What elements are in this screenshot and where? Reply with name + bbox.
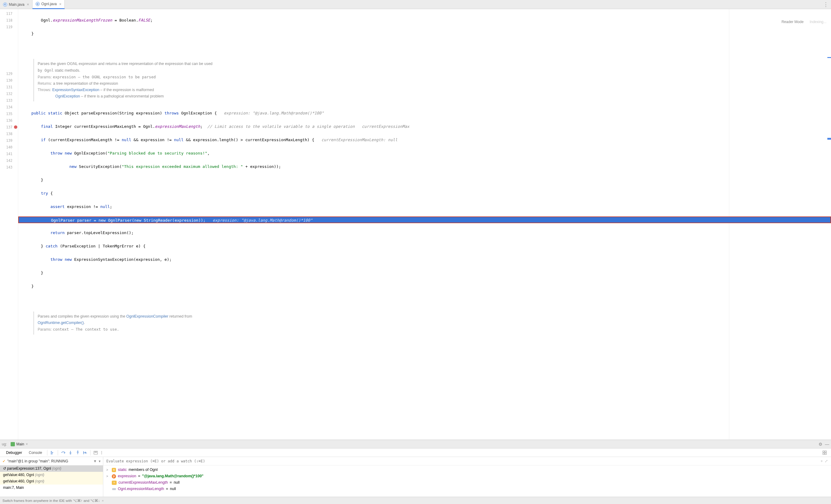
threads-icon[interactable] [49,449,56,456]
svg-rect-13 [823,453,824,454]
line-number[interactable]: 129 [0,70,18,77]
tab-ognl-java[interactable]: C Ognl.java × [32,0,65,9]
tab-main-java[interactable]: C Main.java × [0,0,32,9]
debug-panel: ug: Main × ⚙ — Debugger Console I ✓ "mai… [0,440,831,504]
thread-header[interactable]: ✓ "main"@1 in group "main": RUNNING ▼ ▾ [0,457,103,466]
debug-body: ✓ "main"@1 in group "main": RUNNING ▼ ▾ … [0,457,831,497]
run-config-name[interactable]: Main [17,442,24,446]
line-number[interactable]: 118 [0,17,18,24]
code-line[interactable] [18,296,831,303]
code-line[interactable]: assert expression != null; [18,203,831,210]
scrollbar[interactable] [827,18,831,440]
code-line[interactable]: throw new ExpressionSyntaxException(expr… [18,256,831,263]
minimize-icon[interactable]: — [825,442,829,447]
line-number[interactable]: 139 [0,137,18,144]
tab-debugger[interactable]: Debugger [3,449,25,456]
layout-icon[interactable] [821,449,828,456]
evaluate-icon[interactable] [92,449,99,456]
code-line[interactable]: } catch (ParseException | TokenMgrError … [18,243,831,249]
step-into-icon[interactable] [67,449,74,456]
step-out-icon[interactable] [75,449,81,456]
code-line[interactable]: Ognl.expressionMaxLengthFrozen = Boolean… [18,17,831,24]
code-line[interactable]: throw new OgnlException("Parsing blocked… [18,150,831,157]
code-line[interactable]: if (currentExpressionMaxLength != null &… [18,137,831,143]
line-number[interactable]: 133 [0,97,18,104]
expand-icon[interactable]: ⤢ [825,459,828,463]
code-line[interactable]: try { [18,190,831,197]
variable-row[interactable]: >sstatic members of Ognl [106,467,828,473]
check-icon: ✓ [2,459,5,463]
stack-frame[interactable]: getValue:480, Ognl (ognl) [0,472,103,478]
close-icon[interactable]: × [27,2,29,7]
filter-icon[interactable]: ▼ [93,459,97,463]
javadoc-label: Params: [38,75,52,79]
stack-frame[interactable]: ↺ parseExpression:137, Ognl (ognl) [0,466,103,472]
line-number[interactable]: 138 [0,130,18,137]
svg-rect-8 [101,451,102,452]
line-number[interactable]: 134 [0,104,18,111]
editor: Reader Mode Indexing... 117 118 119 129 … [0,9,831,440]
code-line[interactable]: } [18,177,831,183]
step-over-icon[interactable] [60,449,66,456]
line-number[interactable]: 135 [0,111,18,117]
gear-icon[interactable]: ⚙ [819,442,823,447]
gutter[interactable]: 117 118 119 129 130 131 132 133 134 135 … [0,9,18,440]
javadoc-link[interactable]: OgnlExpressionCompiler [126,314,168,319]
stack-frame[interactable]: main:7, Main [0,484,103,491]
svg-rect-4 [77,450,78,451]
run-config-icon [11,442,15,446]
line-number[interactable]: 119 [0,24,18,30]
separator [58,450,58,455]
variables-list[interactable]: >sstatic members of Ognl>pexpression = "… [103,466,831,497]
svg-rect-1 [51,452,53,453]
scrollbar-mark[interactable] [827,57,831,58]
dropdown-icon[interactable]: ▾ [99,459,101,463]
code-line[interactable]: } [18,30,831,37]
scrollbar-mark[interactable] [827,138,831,140]
svg-rect-7 [94,452,97,452]
close-icon[interactable]: × [59,2,62,6]
javadoc-text: – if the expression is malformed [99,88,154,92]
line-number[interactable]: 136 [0,117,18,124]
close-icon[interactable]: × [26,442,28,446]
javadoc-link[interactable]: OgnlRuntime.getCompiler() [38,321,84,325]
close-icon[interactable]: × [102,499,104,502]
line-number[interactable]: 130 [0,77,18,84]
javadoc-link[interactable]: ExpressionSyntaxException [52,88,99,92]
code-area[interactable]: Ognl.expressionMaxLengthFrozen = Boolean… [18,9,831,440]
variable-row[interactable]: ≡currentExpressionMaxLength = null [106,479,828,486]
code-line[interactable]: } [18,283,831,290]
svg-rect-12 [825,451,826,452]
variable-row[interactable]: ooOgnl.expressionMaxLength = null [106,486,828,492]
run-to-cursor-icon[interactable]: I [82,449,88,456]
code-line[interactable]: public static Object parseExpression(Str… [18,110,831,117]
code-line[interactable]: new SecurityException("This expression e… [18,164,831,170]
more-icon[interactable]: ⋮ [823,1,829,8]
line-number[interactable]: 143 [0,164,18,171]
line-number[interactable]: 117 [0,10,18,17]
line-number-breakpoint[interactable]: 137 [0,124,18,130]
svg-rect-11 [823,451,824,452]
evaluate-input[interactable] [106,459,820,463]
line-number[interactable]: 141 [0,151,18,157]
line-number[interactable]: 142 [0,157,18,164]
code-line[interactable]: final Integer currentExpressionMaxLength… [18,123,831,130]
stack-frame[interactable]: getValue:460, Ognl (ognl) [0,478,103,484]
line-number[interactable]: 131 [0,84,18,90]
svg-rect-6 [94,451,97,454]
tab-console[interactable]: Console [26,449,45,456]
javadoc-text: returned from [168,314,192,319]
code-line-current-execution[interactable]: OgnlParser parser = new OgnlParser(new S… [18,216,831,223]
trace-icon[interactable] [99,449,106,456]
code-line[interactable]: return parser.topLevelExpression(); [18,230,831,236]
line-number[interactable]: 132 [0,90,18,97]
svg-rect-14 [825,453,826,454]
variable-row[interactable]: >pexpression = "@java.lang.Math@random()… [106,473,828,479]
code-line[interactable] [18,44,831,51]
frames-list[interactable]: ↺ parseExpression:137, Ognl (ognl)getVal… [0,466,103,497]
javadoc-link[interactable]: OgnlException [55,94,80,98]
svg-text:I: I [86,452,87,454]
add-watch-icon[interactable]: + [820,459,823,463]
code-line[interactable]: } [18,270,831,276]
line-number[interactable]: 140 [0,144,18,151]
